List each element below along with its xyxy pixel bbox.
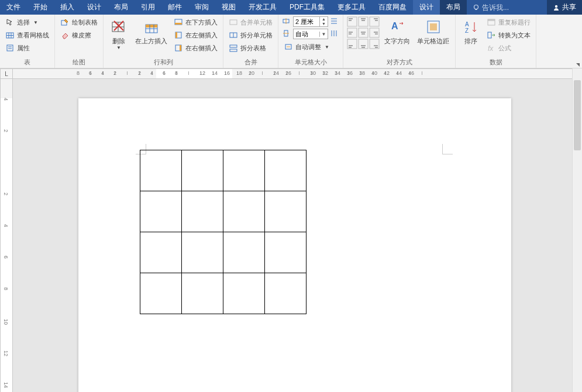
to-text-icon <box>487 30 496 40</box>
align-mr-icon[interactable] <box>369 27 380 38</box>
vertical-scrollbar[interactable] <box>572 68 582 392</box>
gridlines-icon <box>5 30 15 40</box>
tab-insert[interactable]: 插入 <box>54 0 81 15</box>
chevron-down-icon: ▼ <box>116 45 121 51</box>
cell-margins-icon <box>424 18 443 36</box>
tab-review[interactable]: 审阅 <box>188 0 215 15</box>
chevron-down-icon: ▼ <box>33 20 38 25</box>
tab-references[interactable]: 引用 <box>135 0 161 15</box>
align-ml-icon[interactable] <box>347 27 357 38</box>
ribbon: 选择▼ 查看网格线 属性 表 绘制表格 橡皮擦 绘图 删除▼ 在上方插入 <box>0 15 582 68</box>
page <box>78 98 511 392</box>
chevron-down-icon[interactable]: ▼ <box>319 32 328 37</box>
document-table[interactable] <box>140 150 307 314</box>
distribute-rows-icon[interactable] <box>330 17 339 26</box>
align-tr-icon[interactable] <box>369 16 380 27</box>
insert-above-button[interactable]: 在上方插入 <box>133 16 170 57</box>
group-data-label: 数据 <box>459 57 532 67</box>
eraser-icon <box>60 30 70 40</box>
delete-button[interactable]: 删除▼ <box>107 16 130 57</box>
select-button[interactable]: 选择▼ <box>4 16 51 28</box>
merge-cells-button[interactable]: 合并单元格 <box>227 16 274 28</box>
svg-point-2 <box>555 5 557 7</box>
svg-rect-41 <box>347 17 357 26</box>
insert-below-icon <box>174 18 183 27</box>
convert-to-text-button[interactable]: 转换为文本 <box>485 29 532 41</box>
svg-rect-27 <box>230 20 237 25</box>
formula-button[interactable]: fx公式 <box>485 42 532 54</box>
align-tl-icon[interactable] <box>347 16 357 27</box>
split-table-button[interactable]: 拆分表格 <box>227 42 274 54</box>
col-width-input[interactable]: ▼ <box>293 29 328 39</box>
draw-table-button[interactable]: 绘制表格 <box>58 16 99 28</box>
cell-margins-button[interactable]: 单元格边距 <box>415 16 452 57</box>
split-table-icon <box>229 43 238 53</box>
scrollbar-thumb[interactable] <box>574 80 581 150</box>
group-draw: 绘制表格 橡皮擦 绘图 <box>55 15 104 68</box>
properties-button[interactable]: 属性 <box>4 42 51 54</box>
row-height-input[interactable]: ▲▼ <box>293 16 328 27</box>
tab-table-layout[interactable]: 布局 <box>440 0 467 15</box>
tab-mailings[interactable]: 邮件 <box>161 0 188 15</box>
eraser-button[interactable]: 橡皮擦 <box>58 29 99 41</box>
properties-icon <box>5 43 15 53</box>
sort-icon: AZ <box>462 18 480 36</box>
align-tc-icon[interactable] <box>358 16 369 27</box>
repeat-header-button[interactable]: 重复标题行 <box>485 16 532 28</box>
tab-view[interactable]: 视图 <box>215 0 242 15</box>
split-cells-button[interactable]: 拆分单元格 <box>227 29 274 41</box>
distribute-cols-icon[interactable] <box>330 29 339 39</box>
svg-rect-47 <box>370 17 379 26</box>
tab-developer[interactable]: 开发工具 <box>242 0 283 15</box>
table-row <box>140 273 307 314</box>
tab-baidu[interactable]: 百度网盘 <box>372 0 413 15</box>
svg-rect-30 <box>230 45 237 47</box>
tell-me[interactable] <box>467 0 523 15</box>
sort-button[interactable]: AZ 排序 <box>459 16 483 57</box>
align-bc-icon[interactable] <box>358 39 369 49</box>
group-alignment: A 文字方向 单元格边距 对齐方式 <box>343 15 456 68</box>
group-table: 选择▼ 查看网格线 属性 表 <box>0 15 55 68</box>
text-direction-icon: A <box>388 18 407 36</box>
vertical-ruler[interactable]: 422468101214161820 <box>0 79 13 392</box>
person-icon <box>553 4 560 11</box>
formula-icon: fx <box>487 43 496 53</box>
share-button[interactable]: 共享 <box>547 0 582 15</box>
tab-pdf[interactable]: PDF工具集 <box>283 0 331 15</box>
tab-more[interactable]: 更多工具 <box>331 0 372 15</box>
text-direction-button[interactable]: A 文字方向 <box>382 16 412 57</box>
insert-left-icon <box>174 30 183 40</box>
group-merge-label: 合并 <box>227 57 274 67</box>
group-draw-label: 绘图 <box>58 57 99 67</box>
group-size-label: 单元格大小 <box>282 57 339 67</box>
insert-below-button[interactable]: 在下方插入 <box>172 16 219 28</box>
tab-table-design[interactable]: 设计 <box>413 0 440 15</box>
spin-down-icon: ▼ <box>320 22 328 26</box>
autofit-button[interactable]: 自动调整▼ <box>282 41 339 53</box>
align-mc-icon[interactable] <box>358 27 369 38</box>
align-bl-icon[interactable] <box>347 39 357 49</box>
insert-above-icon <box>142 18 161 36</box>
document-canvas[interactable] <box>13 79 572 392</box>
tab-design[interactable]: 设计 <box>81 0 108 15</box>
group-cell-size: ▲▼ ▼ 自动调整▼ 单元格大小 <box>278 15 343 68</box>
svg-rect-26 <box>180 45 181 51</box>
group-data: AZ 排序 重复标题行 转换为文本 fx公式 数据 <box>456 15 536 68</box>
tab-home[interactable]: 开始 <box>27 0 54 15</box>
view-gridlines-button[interactable]: 查看网格线 <box>4 29 51 41</box>
align-br-icon[interactable] <box>369 39 380 49</box>
insert-right-button[interactable]: 在右侧插入 <box>172 42 219 54</box>
tab-layout[interactable]: 布局 <box>108 0 135 15</box>
tab-file[interactable]: 文件 <box>0 0 27 15</box>
horizontal-ruler[interactable]: 8642246812141618202426303234363840424446 <box>13 68 572 79</box>
insert-left-button[interactable]: 在左侧插入 <box>172 29 219 41</box>
merge-icon <box>229 18 238 27</box>
svg-rect-53 <box>359 28 368 37</box>
group-align-label: 对齐方式 <box>347 57 452 67</box>
group-table-label: 表 <box>4 57 51 67</box>
svg-point-0 <box>474 5 478 9</box>
tell-me-input[interactable] <box>482 4 517 12</box>
svg-rect-1 <box>476 9 477 10</box>
svg-text:A: A <box>391 21 398 31</box>
svg-rect-24 <box>175 32 177 38</box>
